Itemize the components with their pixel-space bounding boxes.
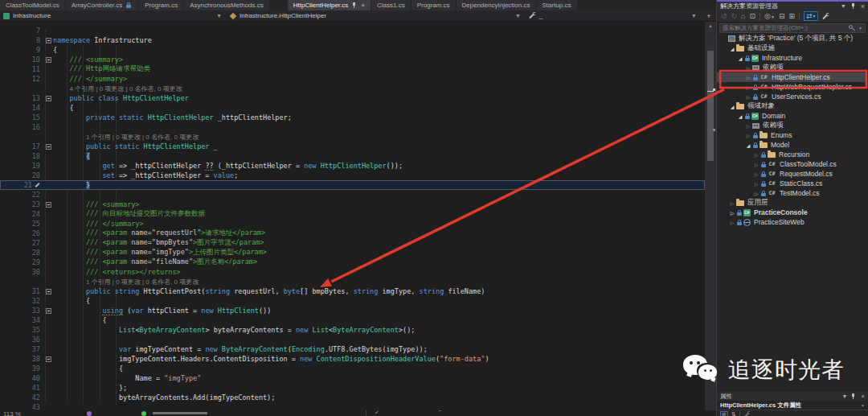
codelens-references[interactable]: 4 个引用 | 0 项更改 | 0 名作者, 0 项更改 <box>69 85 182 93</box>
code-line[interactable]: 21 } <box>0 180 705 190</box>
collapsed-arrow-icon[interactable]: ▷ <box>752 152 760 158</box>
tree-item-应用层[interactable]: ▷应用层 <box>717 198 866 208</box>
chevron-down-icon[interactable]: ▼ <box>841 393 847 399</box>
collapsed-arrow-icon[interactable]: ▷ <box>744 123 752 129</box>
fold-collapse-icon[interactable] <box>46 96 51 101</box>
fold-collapse-icon[interactable] <box>46 57 51 63</box>
expanded-arrow-icon[interactable]: ◢ <box>728 46 736 51</box>
code-line[interactable]: 15 private static HttpClientHelper _http… <box>0 113 705 122</box>
tree-item-Domain[interactable]: ◢Domain <box>717 111 866 121</box>
tree-item-Enums[interactable]: ▷Enums <box>717 130 866 140</box>
fold-collapse-icon[interactable] <box>46 308 51 314</box>
property-pages-icon[interactable] <box>743 411 751 416</box>
health-indicator-icon[interactable] <box>141 411 146 416</box>
code-line[interactable]: 32 { <box>0 296 705 306</box>
code-line[interactable]: 8namespace Infrastructure <box>0 35 705 45</box>
search-icon[interactable] <box>849 25 856 32</box>
code-line[interactable]: 10 /// <summary> <box>0 55 705 64</box>
code-line[interactable]: 19 get => _httpClientHelper ?? (_httpCli… <box>0 161 705 171</box>
collapsed-arrow-icon[interactable]: ▷ <box>744 84 752 90</box>
switch-views-icon[interactable]: ⊡ <box>750 12 756 20</box>
code-line[interactable]: 33 using (var httpClient = new HttpClien… <box>0 306 705 315</box>
tree-item-PracticeConsole[interactable]: ▷PracticeConsole <box>717 208 866 217</box>
refresh-icon[interactable]: ◎▼ <box>764 12 775 20</box>
codelens-references[interactable]: 1 个引用 | 0 项更改 | 0 名作者, 0 项更改 <box>86 278 199 286</box>
code-line[interactable]: 13 public class HttpClientHelper <box>0 93 705 103</box>
tab-ClassToolModel.cs[interactable]: ClassToolModel.cs <box>0 0 65 10</box>
fold-collapse-icon[interactable] <box>46 356 51 362</box>
close-icon[interactable]: × <box>861 393 865 400</box>
close-icon[interactable]: × <box>861 2 865 10</box>
sync-with-active-document-button[interactable]: ⇄▼ <box>804 11 819 21</box>
expanded-arrow-icon[interactable]: ◢ <box>728 104 736 109</box>
code-line[interactable]: 9{ <box>0 45 705 55</box>
code-line[interactable]: 7 <box>0 26 705 35</box>
pin-icon[interactable] <box>850 2 856 10</box>
codelens-row[interactable]: 1 个引用 | 0 项更改 | 0 名作者, 0 项更改 <box>0 132 705 142</box>
collapsed-arrow-icon[interactable]: ▷ <box>752 191 760 196</box>
fold-collapse-icon[interactable] <box>46 202 51 208</box>
back-icon[interactable]: ↺ <box>721 12 727 20</box>
tree-item-Model[interactable]: ◢Model <box>717 140 866 150</box>
code-line[interactable]: 37 var imgTypeContent = new ByteArrayCon… <box>0 344 705 354</box>
scrollbar-up-arrow-icon[interactable]: ▲ <box>708 23 713 28</box>
codelens-row[interactable]: 4 个引用 | 0 项更改 | 0 名作者, 0 项更改 <box>0 84 705 93</box>
code-line[interactable]: 27 /// <param name="bmpBytes">图片字节流</par… <box>0 238 705 248</box>
solution-search-input[interactable]: 搜索解决方案资源管理器(Ctrl+;) ▼ <box>719 23 866 33</box>
collapsed-arrow-icon[interactable]: ▷ <box>744 65 752 71</box>
code-line[interactable]: 26 /// <param name="requestUrl">请求地址</pa… <box>0 229 705 238</box>
code-line[interactable]: 31 public string HttpClientPost(string r… <box>0 286 705 296</box>
close-icon[interactable]: × <box>361 2 365 9</box>
tree-item-领域对象[interactable]: ◢领域对象 <box>717 101 866 111</box>
code-line[interactable]: 42 byteArrayContents.Add(imgTypeContent)… <box>0 393 705 402</box>
collapsed-arrow-icon[interactable]: ▷ <box>744 94 752 100</box>
member-dropdown[interactable]: _ ▼ <box>526 10 702 21</box>
collapsed-arrow-icon[interactable]: ▷ <box>752 171 760 177</box>
code-line[interactable]: 14 { <box>0 103 705 113</box>
tree-item-TestModel.cs[interactable]: ▷TestModel.cs <box>717 188 866 198</box>
code-line[interactable]: 34 { <box>0 315 705 325</box>
code-line[interactable]: 40 Name = "imgType" <box>0 373 705 383</box>
pin-icon[interactable] <box>850 393 856 400</box>
code-line[interactable]: 43 <box>0 402 705 410</box>
collapsed-arrow-icon[interactable]: ▷ <box>728 200 736 206</box>
tree-item-Recursion[interactable]: ▷Recursion <box>717 150 866 159</box>
collapsed-arrow-icon[interactable]: ▷ <box>728 210 736 216</box>
fold-collapse-icon[interactable] <box>46 289 51 294</box>
forward-icon[interactable]: ↻ <box>731 12 738 20</box>
categorized-view-icon[interactable]: ⊞ <box>720 411 728 416</box>
tree-item-StaticClass.cs[interactable]: ▷StaticClass.cs <box>717 179 866 188</box>
type-dropdown[interactable]: Infrastructure.HttpClientHelper ▼ <box>227 10 526 21</box>
tree-item-解决方案 'Practice' (5 个项目, 共 5 个)[interactable]: 解决方案 'Practice' (5 个项目, 共 5 个) <box>717 34 866 43</box>
solution-explorer-titlebar[interactable]: 解决方案资源管理器 ▼ × <box>717 0 868 10</box>
codelens-references[interactable]: 1 个引用 | 0 项更改 | 0 名作者, 0 项更改 <box>86 134 199 141</box>
tree-item-依赖项[interactable]: ▷依赖项 <box>717 121 866 130</box>
tree-item-依赖项[interactable]: ▷依赖项 <box>717 63 866 72</box>
collapsed-arrow-icon[interactable]: ▷ <box>752 181 760 187</box>
code-line[interactable]: 38 imgTypeContent.Headers.ContentDisposi… <box>0 354 705 364</box>
code-line[interactable]: 30 /// <returns></returns> <box>0 267 705 277</box>
project-dropdown[interactable]: Infrastructure ▼ <box>0 10 227 21</box>
code-editor[interactable]: 78namespace Infrastructure9{10 /// <summ… <box>0 22 705 410</box>
code-line[interactable]: 24 /// 向目标地址提交图片文件参数数据 <box>0 209 705 219</box>
home-icon[interactable]: ⌂ <box>741 12 745 20</box>
tree-item-基础设施[interactable]: ◢基础设施 <box>717 43 866 53</box>
code-line[interactable]: 23 /// <summary> <box>0 200 705 209</box>
tree-item-PracticeSiteWeb[interactable]: ▷PracticeSiteWeb <box>717 217 866 227</box>
notification-dot-icon[interactable] <box>87 411 92 416</box>
tree-item-RequestModel.cs[interactable]: ▷RequestModel.cs <box>717 169 866 179</box>
tab-Startup.cs[interactable]: Startup.cs <box>537 0 577 10</box>
collapsed-arrow-icon[interactable]: ▷ <box>728 220 736 225</box>
tree-item-ClassToolModel.cs[interactable]: ▷ClassToolModel.cs <box>717 159 866 169</box>
tab-Class1.cs[interactable]: Class1.cs <box>371 0 411 10</box>
pin-icon[interactable] <box>351 2 357 9</box>
show-all-files-icon[interactable]: ⊞ <box>788 12 795 20</box>
tab-Program.cs[interactable]: Program.cs <box>139 0 183 10</box>
code-line[interactable]: 17 public static HttpClientHelper _ <box>0 142 705 151</box>
tab-ArrayController.cs[interactable]: ArrayController.cs <box>66 0 139 10</box>
code-line[interactable]: 35 List<ByteArrayContent> byteArrayConte… <box>0 325 705 335</box>
code-line[interactable]: 36 <box>0 335 705 344</box>
code-line[interactable]: 11 /// Http网络请求帮助类 <box>0 64 705 74</box>
code-line[interactable]: 25 /// </summary> <box>0 219 705 229</box>
tab-Program.cs[interactable]: Program.cs <box>411 0 456 10</box>
